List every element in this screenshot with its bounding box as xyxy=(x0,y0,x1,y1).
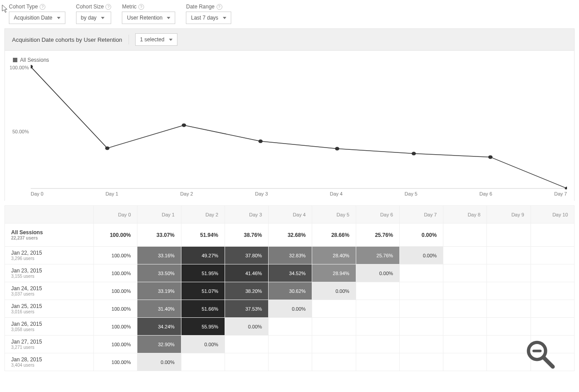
col-header: Day 0 xyxy=(94,206,137,224)
table-cell: 31.40% xyxy=(137,300,181,318)
col-header: Day 5 xyxy=(312,206,356,224)
table-cell xyxy=(531,264,574,282)
table-cell xyxy=(356,318,399,336)
table-cell: 34.52% xyxy=(269,264,312,282)
row-header: Jan 27, 20153,271 users xyxy=(5,336,94,353)
help-icon[interactable]: ? xyxy=(40,4,45,10)
select-value: by day xyxy=(81,15,96,21)
select-cohort-size[interactable]: by day xyxy=(76,12,112,24)
svg-point-2 xyxy=(105,146,109,150)
select-value: Acquisition Date xyxy=(14,15,52,21)
table-cell: 34.24% xyxy=(137,318,181,336)
table-cell: 0.00% xyxy=(399,224,443,247)
table-row: Jan 23, 20153,155 users100.00%33.50%51.9… xyxy=(5,264,575,282)
row-header: Jan 25, 20153,016 users xyxy=(5,300,94,318)
summary-row: All Sessions22,237 users100.00%33.07%51.… xyxy=(5,224,575,247)
chevron-down-icon xyxy=(169,39,173,41)
select-date-range[interactable]: Last 7 days xyxy=(186,12,231,24)
table-cell xyxy=(531,224,574,247)
table-cell: 100.00% xyxy=(94,264,137,282)
label-text: Date Range xyxy=(186,4,214,10)
table-cell: 0.00% xyxy=(356,264,399,282)
row-subtitle: 3,155 users xyxy=(11,274,87,279)
table-cell xyxy=(487,247,531,264)
x-tick: Day 0 xyxy=(31,191,44,196)
table-cell xyxy=(399,353,443,371)
panel-title: Acquisition Date cohorts by User Retenti… xyxy=(12,36,122,43)
table-cell xyxy=(225,353,268,371)
help-icon[interactable]: ? xyxy=(217,4,222,10)
chart-area: 100.00% 50.00% Day 0Day 1Day 2Day 3Day 4… xyxy=(31,65,567,198)
table-cell xyxy=(443,300,487,318)
x-axis: Day 0Day 1Day 2Day 3Day 4Day 5Day 6Day 7 xyxy=(31,191,567,196)
row-title: Jan 23, 2015 xyxy=(11,268,87,274)
table-cell xyxy=(269,353,312,371)
table-cell: 41.46% xyxy=(225,264,268,282)
x-tick: Day 7 xyxy=(554,191,567,196)
table-cell: 32.68% xyxy=(269,224,312,247)
select-metric[interactable]: User Retention xyxy=(122,12,175,24)
table-cell: 38.76% xyxy=(225,224,268,247)
row-subtitle: 22,237 users xyxy=(11,236,87,240)
col-header: Day 6 xyxy=(356,206,399,224)
chevron-down-icon xyxy=(223,17,226,19)
label-text: Cohort Type xyxy=(9,4,38,10)
table-cell: 38.20% xyxy=(225,282,268,300)
row-header: Jan 23, 20153,155 users xyxy=(5,264,94,282)
table-cell xyxy=(443,318,487,336)
col-header: Day 8 xyxy=(443,206,487,224)
select-value: User Retention xyxy=(127,15,162,21)
select-series[interactable]: 1 selected xyxy=(135,33,177,46)
table-row: Jan 25, 20153,016 users100.00%31.40%51.6… xyxy=(5,300,575,318)
row-title: Jan 28, 2015 xyxy=(11,356,87,363)
select-value: Last 7 days xyxy=(191,15,218,21)
table-row: Jan 24, 20153,037 users100.00%33.19%51.0… xyxy=(5,282,575,300)
svg-point-7 xyxy=(488,155,493,159)
x-tick: Day 2 xyxy=(180,191,193,196)
label-text: Metric xyxy=(122,4,137,10)
legend-label: All Sessions xyxy=(20,57,49,63)
x-tick: Day 6 xyxy=(479,191,492,196)
table-row: Jan 28, 20153,404 users100.00%0.00% xyxy=(5,353,575,371)
table-cell: 0.00% xyxy=(137,353,181,371)
table-cell: 100.00% xyxy=(94,318,137,336)
svg-point-1 xyxy=(31,65,33,68)
table-cell xyxy=(531,282,574,300)
table-cell xyxy=(531,353,574,371)
table-cell: 33.07% xyxy=(137,224,181,247)
label-cohort-size: Cohort Size ? xyxy=(76,4,112,10)
table-cell: 37.53% xyxy=(225,300,268,318)
table-body: All Sessions22,237 users100.00%33.07%51.… xyxy=(5,224,575,371)
table-cell: 51.94% xyxy=(181,224,225,247)
panel-header: Acquisition Date cohorts by User Retenti… xyxy=(4,28,575,51)
chart-panel: All Sessions 100.00% 50.00% Day 0Day 1Da… xyxy=(4,51,575,201)
select-cohort-type[interactable]: Acquisition Date xyxy=(9,12,65,24)
row-title: Jan 27, 2015 xyxy=(11,339,87,345)
x-tick: Day 4 xyxy=(330,191,343,196)
row-title: All Sessions xyxy=(11,229,87,236)
table-cell xyxy=(487,353,531,371)
help-icon[interactable]: ? xyxy=(138,4,144,10)
table-cell: 0.00% xyxy=(225,318,268,336)
col-header: Day 7 xyxy=(399,206,443,224)
table-cell xyxy=(443,282,487,300)
table-cell: 100.00% xyxy=(94,353,137,371)
col-header: Day 10 xyxy=(531,206,574,224)
legend-swatch xyxy=(13,58,17,62)
row-title: Jan 22, 2015 xyxy=(11,250,87,256)
table-row: Jan 22, 20153,296 users100.00%33.16%49.2… xyxy=(5,247,575,264)
row-subtitle: 3,271 users xyxy=(11,345,87,350)
table-cell xyxy=(312,300,356,318)
table-cell xyxy=(487,300,531,318)
col-header: Day 2 xyxy=(181,206,225,224)
control-cohort-size: Cohort Size ? by day xyxy=(76,4,112,24)
table-cell xyxy=(399,318,443,336)
chevron-down-icon xyxy=(101,17,105,19)
row-header: Jan 26, 20153,058 users xyxy=(5,318,94,336)
table-header-row: Day 0Day 1Day 2Day 3Day 4Day 5Day 6Day 7… xyxy=(5,206,575,224)
table-cell: 33.16% xyxy=(137,247,181,264)
help-icon[interactable]: ? xyxy=(105,4,111,10)
table-cell: 51.95% xyxy=(181,264,225,282)
table-cell xyxy=(399,300,443,318)
table-cell: 55.95% xyxy=(181,318,225,336)
